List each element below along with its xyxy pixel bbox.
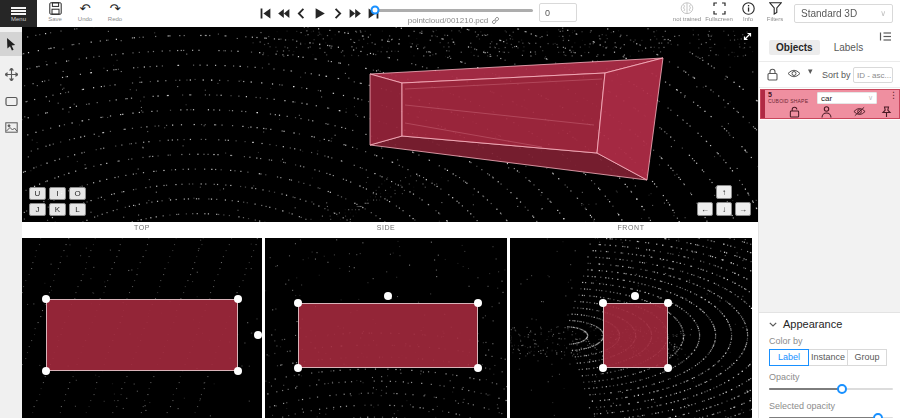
- first-frame-icon: [259, 7, 272, 20]
- resize-handle[interactable]: [474, 299, 482, 307]
- image-tool-button[interactable]: [0, 115, 22, 139]
- frame-number-input[interactable]: [539, 3, 577, 22]
- redo-icon: ↷: [110, 2, 121, 15]
- cursor-tool-button[interactable]: [0, 32, 22, 56]
- previous-frame-button[interactable]: [294, 6, 308, 20]
- resize-handle[interactable]: [234, 367, 242, 375]
- objects-controls-row: ▾ Sort by ID - asc...: [759, 65, 900, 85]
- arrow-down-key[interactable]: ↓: [716, 202, 732, 216]
- color-by-option-instance[interactable]: Instance: [808, 349, 848, 366]
- filename-text: pointcloud/001210.pcd: [408, 16, 489, 25]
- rotation-handle[interactable]: [384, 292, 392, 300]
- tabs-divider: [759, 61, 900, 62]
- filename-row: pointcloud/001210.pcd: [373, 16, 535, 25]
- resize-handle[interactable]: [294, 299, 302, 307]
- object-menu-icon[interactable]: ⋮: [889, 91, 898, 99]
- hidden-eye-icon[interactable]: [853, 106, 866, 117]
- frame-slider-handle[interactable]: [371, 6, 380, 15]
- expand-all-icon[interactable]: ▾: [808, 66, 813, 76]
- key-i[interactable]: I: [49, 187, 66, 200]
- playback-controls: [258, 6, 380, 20]
- cuboid-projection-front[interactable]: [603, 303, 668, 368]
- frame-slider[interactable]: [375, 7, 533, 13]
- unlock-icon[interactable]: [789, 106, 800, 118]
- side-viewport[interactable]: [265, 238, 507, 418]
- link-icon[interactable]: [491, 16, 500, 25]
- pin-icon[interactable]: [881, 106, 892, 118]
- cuboid-projection-top[interactable]: [46, 299, 238, 371]
- resize-handle[interactable]: [474, 364, 482, 372]
- appearance-header[interactable]: Appearance: [769, 318, 890, 330]
- rotation-handle[interactable]: [254, 331, 262, 339]
- save-button[interactable]: Save: [42, 2, 68, 22]
- draw-cuboid-tool-button[interactable]: [0, 89, 22, 113]
- resize-handle[interactable]: [664, 364, 672, 372]
- tab-labels[interactable]: Labels: [834, 42, 863, 53]
- key-l[interactable]: L: [69, 203, 86, 216]
- top-toolbar: Menu Save ↶ Undo ↷ Redo pointcl: [0, 0, 900, 27]
- hide-all-icon[interactable]: [787, 68, 801, 79]
- object-label-select[interactable]: car ∨: [817, 92, 877, 104]
- object-item-car[interactable]: 5 CUBOID SHAPE car ∨ ⋮: [760, 89, 900, 119]
- opacity-slider[interactable]: [769, 383, 893, 395]
- info-button[interactable]: Info: [735, 2, 761, 22]
- occluded-person-icon[interactable]: [821, 106, 832, 118]
- opacity-slider-handle[interactable]: [837, 384, 847, 394]
- ai-tools-button[interactable]: not trained: [674, 2, 700, 22]
- resize-view-icon[interactable]: [742, 31, 753, 42]
- resize-handle[interactable]: [234, 295, 242, 303]
- top-viewport[interactable]: [22, 238, 262, 418]
- resize-handle[interactable]: [294, 364, 302, 372]
- tab-objects[interactable]: Objects: [769, 40, 820, 55]
- backward-button[interactable]: [276, 6, 290, 20]
- collapse-sidebar-icon[interactable]: [879, 31, 892, 42]
- lock-all-icon[interactable]: [767, 68, 778, 81]
- key-k[interactable]: K: [49, 203, 66, 216]
- filters-button[interactable]: Filters: [762, 2, 788, 22]
- selected-opacity-slider-handle[interactable]: [873, 413, 883, 418]
- color-by-option-group[interactable]: Group: [847, 349, 887, 366]
- key-o[interactable]: O: [69, 187, 86, 200]
- resize-handle[interactable]: [599, 364, 607, 372]
- objects-list-background: [759, 120, 900, 312]
- opacity-slider-fill: [769, 388, 842, 390]
- resize-handle[interactable]: [599, 299, 607, 307]
- cuboid-annotation[interactable]: [22, 27, 758, 222]
- key-j[interactable]: J: [29, 203, 46, 216]
- undo-label: Undo: [78, 16, 92, 22]
- arrow-right-key[interactable]: →: [735, 202, 751, 216]
- resize-handle[interactable]: [42, 295, 50, 303]
- resize-handle[interactable]: [664, 299, 672, 307]
- redo-button[interactable]: ↷ Redo: [102, 2, 128, 22]
- appearance-panel: Appearance Color by Label Instance Group…: [759, 312, 900, 418]
- key-u[interactable]: U: [29, 187, 46, 200]
- rotation-handle[interactable]: [631, 292, 639, 300]
- forward-button[interactable]: [348, 6, 362, 20]
- arrow-left-key[interactable]: ←: [697, 202, 713, 216]
- selected-opacity-label: Selected opacity: [769, 401, 890, 411]
- cuboid-projection-side[interactable]: [298, 303, 478, 368]
- side-view-label: SIDE: [265, 224, 507, 236]
- perspective-viewport[interactable]: U I O J K L ↑ ← ↓ →: [22, 27, 758, 222]
- move-tool-button[interactable]: [0, 62, 22, 86]
- next-frame-button[interactable]: [330, 6, 344, 20]
- play-button[interactable]: [312, 6, 326, 20]
- color-by-option-label[interactable]: Label: [769, 349, 809, 366]
- sort-order-select[interactable]: ID - asc...: [853, 67, 893, 83]
- menu-button[interactable]: Menu: [0, 0, 37, 27]
- fullscreen-icon: [713, 2, 726, 15]
- objects-sidebar: Objects Labels ▾ Sort by ID - asc... 5 C…: [758, 27, 900, 418]
- undo-button[interactable]: ↶ Undo: [72, 2, 98, 22]
- front-viewport[interactable]: [510, 238, 752, 418]
- filter-icon: [769, 2, 782, 15]
- workspace-mode-select[interactable]: Standard 3D ∨: [794, 4, 893, 23]
- color-by-label: Color by: [769, 336, 890, 346]
- fullscreen-button[interactable]: Fullscreen: [706, 2, 732, 22]
- selected-opacity-slider[interactable]: [769, 412, 893, 418]
- chevron-down-icon: [769, 322, 777, 327]
- resize-handle[interactable]: [42, 367, 50, 375]
- controls-divider: [759, 87, 900, 88]
- first-frame-button[interactable]: [258, 6, 272, 20]
- arrow-key-hints: ↑ ← ↓ →: [697, 185, 752, 217]
- arrow-up-key[interactable]: ↑: [716, 185, 732, 199]
